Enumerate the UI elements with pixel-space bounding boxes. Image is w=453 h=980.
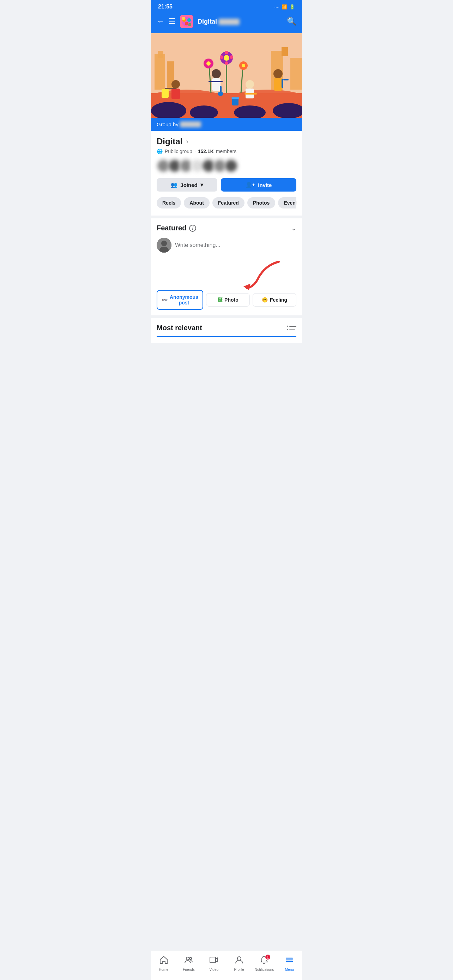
svg-point-24 [230, 56, 233, 59]
svg-point-34 [172, 80, 180, 89]
svg-point-33 [242, 64, 245, 67]
group-name: Digital [157, 137, 183, 146]
group-type: Public group [165, 148, 192, 154]
signal-icon: ···· [275, 4, 280, 10]
tab-photos[interactable]: Photos [247, 197, 275, 208]
feeling-button[interactable]: 😊 Feeling [253, 293, 296, 307]
group-by-banner: Group by [151, 118, 302, 131]
svg-point-4 [185, 22, 188, 25]
svg-point-47 [246, 80, 254, 89]
battery-icon: 🔋 [289, 4, 295, 10]
svg-point-30 [207, 61, 211, 65]
svg-rect-13 [290, 58, 302, 90]
svg-point-25 [225, 51, 228, 54]
anonymous-label: Anonymous post [170, 294, 198, 305]
nav-group-name-blurred [218, 19, 240, 25]
active-tab-indicator [157, 336, 296, 337]
write-post-area: Write something... [157, 238, 296, 253]
photo-icon: 🖼 [217, 297, 222, 303]
featured-chevron-down[interactable]: ⌄ [291, 224, 296, 232]
most-relevant-section: Most relevant [151, 318, 302, 343]
status-icons: ···· 📶 🔋 [275, 4, 295, 10]
most-relevant-title: Most relevant [157, 324, 202, 332]
joined-icon: 👥 [171, 182, 178, 188]
svg-rect-49 [245, 93, 257, 95]
svg-point-43 [273, 69, 283, 78]
feeling-icon: 😊 [262, 297, 268, 303]
back-button[interactable]: ← [157, 17, 164, 26]
svg-point-42 [218, 92, 223, 96]
svg-rect-50 [232, 99, 238, 105]
svg-rect-46 [283, 79, 289, 80]
joined-chevron: ▾ [200, 182, 203, 188]
svg-rect-51 [231, 97, 239, 99]
group-by-prefix: Group by [157, 121, 178, 127]
write-something-prompt[interactable]: Write something... [175, 242, 296, 248]
most-relevant-header: Most relevant [157, 324, 296, 332]
nav-group-name-container: Digital [197, 18, 240, 25]
search-button[interactable]: 🔍 [287, 17, 296, 26]
svg-point-3 [188, 18, 191, 22]
svg-rect-5 [182, 17, 185, 20]
svg-point-53 [161, 240, 167, 246]
anonymous-post-button[interactable]: 👓 Anonymous post [157, 290, 203, 310]
joined-label: Joined [180, 182, 197, 188]
svg-point-26 [225, 61, 228, 65]
svg-point-23 [220, 56, 223, 59]
featured-header: Featured i ⌄ [157, 224, 296, 232]
post-avatar-inner [157, 238, 172, 253]
svg-rect-35 [172, 89, 180, 99]
red-arrow [236, 258, 286, 294]
tab-events[interactable]: Events [278, 197, 296, 208]
invite-icon: 👤+ [246, 182, 256, 188]
action-buttons: 👥 Joined ▾ 👤+ Invite [157, 178, 296, 192]
top-nav: ← ☰ Digital 🔍 [151, 12, 302, 33]
status-bar: 21:55 ···· 📶 🔋 [151, 0, 302, 12]
anonymous-icon: 👓 [162, 297, 168, 303]
group-name-row: Digital › [157, 137, 296, 146]
photo-label: Photo [224, 297, 238, 303]
tab-about[interactable]: About [184, 197, 209, 208]
filter-icon[interactable] [287, 326, 296, 330]
svg-rect-45 [281, 79, 283, 88]
featured-section: Featured i ⌄ Write something... [151, 218, 302, 315]
group-name-chevron[interactable]: › [186, 138, 188, 145]
featured-title-row: Featured i [157, 224, 196, 232]
svg-rect-12 [281, 47, 288, 56]
wifi-icon: 📶 [281, 4, 287, 10]
feeling-label: Feeling [270, 297, 287, 303]
featured-title: Featured [157, 224, 186, 232]
svg-point-27 [224, 55, 229, 60]
red-arrow-container [157, 258, 296, 294]
tab-reels[interactable]: Reels [157, 197, 181, 208]
svg-rect-8 [154, 54, 165, 90]
status-time: 21:55 [158, 3, 173, 10]
svg-rect-6 [188, 23, 191, 26]
svg-point-38 [212, 69, 221, 78]
invite-button[interactable]: 👤+ Invite [221, 178, 296, 192]
nav-group-name: Digital [197, 18, 217, 25]
invite-label: Invite [258, 182, 272, 188]
joined-button[interactable]: 👥 Joined ▾ [157, 178, 217, 192]
members-count: 152.1K [198, 148, 214, 154]
svg-rect-40 [208, 81, 223, 82]
menu-button[interactable]: ☰ [168, 17, 176, 26]
svg-rect-9 [158, 51, 163, 58]
featured-info-icon[interactable]: i [189, 225, 196, 232]
members-label: members [216, 148, 236, 154]
photo-button[interactable]: 🖼 Photo [206, 293, 250, 307]
cover-image [151, 33, 302, 118]
group-logo-img [180, 15, 193, 28]
svg-rect-37 [162, 89, 168, 98]
group-meta: 🌐 Public group · 152.1K members [157, 148, 296, 154]
svg-rect-44 [274, 78, 282, 91]
tab-featured[interactable]: Featured [212, 197, 245, 208]
section-divider-1 [151, 216, 302, 218]
svg-rect-39 [212, 78, 221, 91]
category-tabs: Reels About Featured Photos Events [157, 197, 296, 210]
member-avatars [157, 159, 296, 172]
avatar-7 [224, 159, 238, 172]
group-logo [180, 15, 193, 28]
post-avatar [157, 238, 172, 253]
meta-dot: · [194, 148, 196, 154]
